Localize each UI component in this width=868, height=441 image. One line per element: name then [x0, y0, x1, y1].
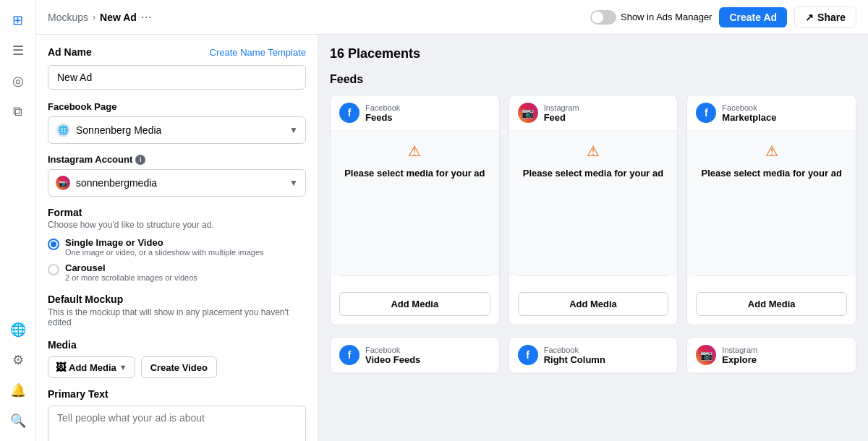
- sidebar-nav: ⊞ ☰ ◎ ⧉ 🌐 ⚙ 🔔 🔍: [0, 0, 36, 441]
- platform-name-fb-right-column: Facebook: [544, 346, 605, 354]
- share-label: Share: [817, 12, 846, 23]
- platform-name-fb-marketplace: Facebook: [722, 103, 776, 112]
- placements-title: 16 Placements: [330, 46, 856, 61]
- layers-icon[interactable]: ⧉: [5, 98, 31, 124]
- ad-name-label: Ad Name: [48, 46, 92, 58]
- placement-card-body-fb-marketplace: ⚠ Please select media for your ad: [687, 131, 856, 275]
- breadcrumb-current: New Ad: [100, 12, 137, 23]
- primary-text-label: Primary Text: [48, 388, 306, 400]
- add-media-icon: 🖼: [56, 361, 66, 373]
- platform-name-fb-feeds: Facebook: [365, 103, 400, 112]
- warning-text-fb-feeds: Please select media for your ad: [344, 167, 485, 180]
- warning-icon-fb-marketplace: ⚠: [765, 142, 778, 160]
- platform-type-ig-explore: Explore: [722, 354, 757, 365]
- feeds-section-title: Feeds: [330, 73, 856, 86]
- instagram-account-select[interactable]: 📷 sonnenbergmedia ▼: [48, 169, 306, 197]
- share-icon: ↗: [805, 12, 814, 23]
- platform-name-ig-explore: Instagram: [722, 346, 757, 354]
- create-ad-button[interactable]: Create Ad: [719, 7, 787, 27]
- primary-text-input[interactable]: [48, 406, 306, 441]
- ad-name-header: Ad Name Create Name Template: [48, 46, 306, 58]
- placement-grid: f Facebook Feeds ⚠ Please select media f…: [330, 95, 856, 325]
- menu-icon[interactable]: ☰: [5, 38, 31, 64]
- placement-card-fb-marketplace: f Facebook Marketplace ⚠ Please select m…: [686, 95, 856, 325]
- instagram-account-select-wrap: 📷 sonnenbergmedia ▼: [48, 169, 306, 197]
- facebook-page-value: Sonnenberg Media: [76, 124, 161, 136]
- right-panel: 16 Placements Feeds f Facebook Feeds ⚠ P…: [318, 35, 868, 441]
- ads-manager-toggle[interactable]: [590, 10, 616, 25]
- format-radio-single[interactable]: [48, 239, 59, 250]
- placement-card-header-ig-feed: 📷 Instagram Feed: [509, 95, 678, 131]
- breadcrumb-separator: ›: [93, 12, 95, 22]
- facebook-page-icon: 🌐: [56, 123, 70, 137]
- ig-icon-feed: 📷: [518, 103, 538, 123]
- default-mockup-section: Default Mockup This is the mockup that w…: [48, 294, 306, 327]
- facebook-page-label: Facebook Page: [48, 101, 306, 112]
- placement-card-fb-video-feeds: f Facebook Video Feeds: [330, 337, 500, 374]
- placement-card-header-fb-marketplace: f Facebook Marketplace: [687, 95, 856, 131]
- facebook-page-select[interactable]: 🌐 Sonnenberg Media ▼: [48, 116, 306, 144]
- media-buttons: 🖼 Add Media ▼ Create Video: [48, 356, 306, 378]
- create-video-button[interactable]: Create Video: [141, 356, 217, 378]
- radio-dot: [51, 241, 56, 247]
- platform-type-fb-video-feeds: Video Feeds: [365, 354, 420, 365]
- add-media-card-button-fb-feeds[interactable]: Add Media: [339, 292, 490, 316]
- instagram-account-label: Instagram Account i: [48, 154, 306, 165]
- format-radio-carousel[interactable]: [48, 264, 59, 275]
- facebook-page-select-wrap: 🌐 Sonnenberg Media ▼: [48, 116, 306, 144]
- target-icon[interactable]: ◎: [5, 68, 31, 94]
- placement-card-header-fb-feeds: f Facebook Feeds: [331, 95, 499, 131]
- top-header: Mockups › New Ad ··· Show in Ads Manager…: [36, 0, 868, 35]
- fb-icon-feeds: f: [339, 103, 359, 123]
- warning-text-ig-feed: Please select media for your ad: [523, 167, 663, 180]
- instagram-account-icon: 📷: [56, 176, 70, 190]
- bell-icon[interactable]: 🔔: [5, 377, 31, 403]
- format-description: Choose how you'd like to structure your …: [48, 220, 306, 230]
- toggle-knob: [592, 12, 603, 23]
- format-carousel-desc: 2 or more scrollable images or videos: [65, 273, 197, 282]
- placement-card-body-ig-feed: ⚠ Please select media for your ad: [509, 131, 678, 275]
- platform-type-fb-right-column: Right Column: [544, 354, 605, 365]
- platform-type-fb-marketplace: Marketplace: [722, 112, 776, 123]
- format-carousel-title: Carousel: [65, 262, 197, 273]
- warning-text-fb-marketplace: Please select media for your ad: [701, 167, 841, 180]
- add-media-card-button-fb-marketplace[interactable]: Add Media: [696, 292, 847, 316]
- placement-card-header-fb-video-feeds: f Facebook Video Feeds: [331, 338, 499, 373]
- platform-name-fb-video-feeds: Facebook: [365, 346, 420, 354]
- ig-icon-explore: 📷: [696, 345, 716, 365]
- placement-card-header-fb-right-column: f Facebook Right Column: [509, 338, 678, 373]
- instagram-info-icon[interactable]: i: [135, 155, 145, 165]
- format-option-single[interactable]: Single Image or Video One image or video…: [48, 237, 306, 257]
- header-actions: Show in Ads Manager Create Ad ↗ Share: [590, 7, 856, 28]
- settings-icon[interactable]: ⚙: [5, 347, 31, 373]
- fb-icon-right-column: f: [518, 345, 538, 365]
- ads-manager-toggle-wrap: Show in Ads Manager: [590, 10, 712, 25]
- ads-manager-toggle-label: Show in Ads Manager: [621, 12, 712, 22]
- create-name-template-link[interactable]: Create Name Template: [210, 47, 306, 58]
- warning-icon-fb-feeds: ⚠: [408, 142, 421, 160]
- media-section: Media 🖼 Add Media ▼ Create Video: [48, 339, 306, 378]
- add-media-card-button-ig-feed[interactable]: Add Media: [518, 292, 669, 316]
- home-icon[interactable]: ⊞: [5, 7, 31, 33]
- more-options-icon[interactable]: ···: [141, 9, 152, 25]
- breadcrumb: Mockups › New Ad ···: [48, 9, 584, 25]
- platform-type-fb-feeds: Feeds: [365, 112, 400, 123]
- content-area: Ad Name Create Name Template Facebook Pa…: [36, 35, 868, 441]
- placement-card-ig-explore: 📷 Instagram Explore: [686, 337, 856, 374]
- placement-card-fb-right-column: f Facebook Right Column: [509, 337, 678, 374]
- share-button[interactable]: ↗ Share: [794, 7, 856, 28]
- format-section: Format Choose how you'd like to structur…: [48, 207, 306, 282]
- default-mockup-desc: This is the mockup that will show in any…: [48, 307, 306, 327]
- ad-name-input[interactable]: [48, 65, 306, 90]
- placement-card-fb-feeds: f Facebook Feeds ⚠ Please select media f…: [330, 95, 500, 325]
- search-icon[interactable]: 🔍: [5, 408, 31, 434]
- instagram-account-chevron: ▼: [289, 178, 298, 188]
- warning-icon-ig-feed: ⚠: [587, 142, 600, 160]
- globe-icon[interactable]: 🌐: [5, 317, 31, 343]
- platform-name-ig-feed: Instagram: [544, 103, 579, 112]
- placement-grid-bottom: f Facebook Video Feeds f Facebook Right …: [330, 337, 856, 374]
- add-media-button[interactable]: 🖼 Add Media ▼: [48, 356, 135, 378]
- format-option-carousel[interactable]: Carousel 2 or more scrollable images or …: [48, 262, 306, 282]
- breadcrumb-parent[interactable]: Mockups: [48, 12, 88, 23]
- placement-card-ig-feed: 📷 Instagram Feed ⚠ Please select media f…: [509, 95, 678, 325]
